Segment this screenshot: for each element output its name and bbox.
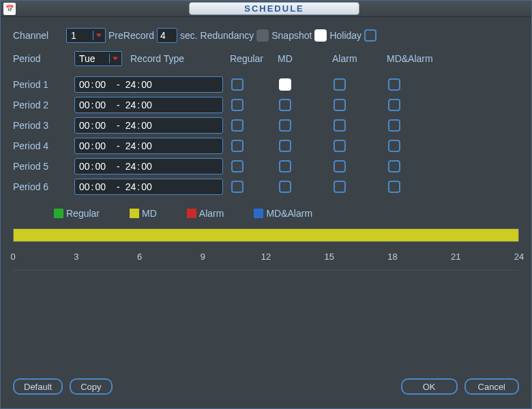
channel-row: Channel 1 PreRecord 4 sec. Redundancy Sn… <box>13 28 519 43</box>
period-1-regular-checkbox[interactable] <box>231 78 243 91</box>
chevron-down-icon <box>109 54 119 63</box>
period-3-md-checkbox[interactable] <box>279 119 291 132</box>
legend-alarm: Alarm <box>199 208 224 219</box>
period-3-time[interactable]: 00 :00-24 :00 <box>74 117 223 134</box>
footer: Default Copy OK Cancel <box>13 378 519 397</box>
period-5-label: Period 5 <box>13 161 74 172</box>
holiday-checkbox[interactable] <box>364 29 376 42</box>
period-6-alarm-checkbox[interactable] <box>334 181 346 193</box>
period-1-md-checkbox[interactable] <box>279 78 291 91</box>
channel-label: Channel <box>13 30 63 41</box>
col-md: MD <box>272 53 327 64</box>
period-6-time[interactable]: 00 :00-24 :00 <box>74 179 223 195</box>
period-5-time[interactable]: 00 :00-24 :00 <box>74 158 223 175</box>
ok-button[interactable]: OK <box>401 378 458 395</box>
period-5-md-checkbox[interactable] <box>279 160 291 172</box>
period-3-label: Period 3 <box>13 120 74 131</box>
period-1-mdalarm-checkbox[interactable] <box>388 78 400 91</box>
period-row-6: Period 600 :00-24 :00 <box>13 177 519 197</box>
period-4-md-checkbox[interactable] <box>279 140 291 152</box>
redundancy-checkbox[interactable] <box>256 29 269 42</box>
calendar-icon: 📅 <box>3 3 16 15</box>
tick-label: 9 <box>201 252 205 262</box>
footer-right: OK Cancel <box>401 378 519 395</box>
period-6-label: Period 6 <box>13 181 74 192</box>
period-4-time[interactable]: 00 :00-24 :00 <box>74 138 223 154</box>
regular-swatch <box>54 209 63 218</box>
snapshot-label: Snapshot <box>271 30 312 41</box>
col-alarm: Alarm <box>327 53 381 64</box>
prerecord-label: PreRecord <box>108 30 154 41</box>
col-regular: Regular <box>224 53 272 64</box>
tick-label: 15 <box>325 252 334 262</box>
period-2-regular-checkbox[interactable] <box>231 99 243 111</box>
md-swatch <box>130 209 139 218</box>
period-value: Tue <box>79 53 95 64</box>
tick-label: 12 <box>261 252 271 262</box>
mdalarm-swatch <box>254 209 263 218</box>
legend: Regular MD Alarm MD&Alarm <box>13 208 519 219</box>
period-row-1: Period 100 :00-24 :00 <box>13 74 519 95</box>
redundancy-label: Redundancy <box>201 30 254 41</box>
period-rows: Period 100 :00-24 :00Period 200 :00-24 :… <box>13 74 519 197</box>
period-4-mdalarm-checkbox[interactable] <box>388 140 400 152</box>
period-1-time[interactable]: 00 :00-24 :00 <box>74 76 223 93</box>
sec-label: sec. <box>180 30 198 41</box>
tick-label: 18 <box>387 252 397 262</box>
record-type-label: Record Type <box>130 53 184 64</box>
legend-regular: Regular <box>66 208 100 219</box>
legend-mdalarm: MD&Alarm <box>266 208 312 219</box>
alarm-swatch <box>187 209 196 218</box>
copy-button[interactable]: Copy <box>70 378 112 395</box>
tick-label: 3 <box>74 252 78 262</box>
window-title: SCHEDULE <box>189 2 359 15</box>
channel-value: 1 <box>71 30 76 41</box>
default-button[interactable]: Default <box>13 378 63 395</box>
schedule-window: 📅 SCHEDULE Channel 1 PreRecord 4 sec. Re… <box>0 0 532 409</box>
period-4-regular-checkbox[interactable] <box>231 140 243 152</box>
period-2-mdalarm-checkbox[interactable] <box>388 99 400 111</box>
cancel-button[interactable]: Cancel <box>464 378 519 395</box>
period-row-5: Period 500 :00-24 :00 <box>13 156 519 177</box>
period-6-mdalarm-checkbox[interactable] <box>388 181 400 193</box>
period-label: Period <box>13 53 74 64</box>
content-area: Channel 1 PreRecord 4 sec. Redundancy Sn… <box>1 17 531 408</box>
period-4-alarm-checkbox[interactable] <box>334 140 346 152</box>
timeline-ticks: 03691215182124 <box>13 250 519 271</box>
period-5-alarm-checkbox[interactable] <box>334 160 346 172</box>
period-row-3: Period 300 :00-24 :00 <box>13 115 519 136</box>
period-1-label: Period 1 <box>13 79 74 90</box>
timeline-bar <box>13 228 519 242</box>
title-wrap: SCHEDULE <box>20 2 529 15</box>
period-row-4: Period 400 :00-24 :00 <box>13 136 519 156</box>
tick-label: 6 <box>137 252 142 262</box>
period-6-regular-checkbox[interactable] <box>231 181 243 193</box>
snapshot-checkbox[interactable] <box>314 29 327 42</box>
period-4-label: Period 4 <box>13 140 74 151</box>
period-3-alarm-checkbox[interactable] <box>334 119 346 132</box>
period-1-alarm-checkbox[interactable] <box>334 78 346 91</box>
period-2-label: Period 2 <box>13 100 74 110</box>
period-select[interactable]: Tue <box>74 51 122 66</box>
period-select-wrap: Tue Record Type <box>74 51 224 66</box>
holiday-label: Holiday <box>329 30 361 41</box>
col-mdalarm: MD&Alarm <box>381 53 436 64</box>
tick-label: 24 <box>514 252 524 262</box>
period-5-regular-checkbox[interactable] <box>231 160 243 172</box>
chevron-down-icon <box>93 31 102 40</box>
period-2-time[interactable]: 00 :00-24 :00 <box>74 97 223 113</box>
tick-label: 21 <box>451 252 460 262</box>
period-2-md-checkbox[interactable] <box>279 99 291 111</box>
prerecord-input[interactable]: 4 <box>157 28 177 43</box>
period-row-2: Period 200 :00-24 :00 <box>13 95 519 115</box>
prerecord-value: 4 <box>160 30 166 41</box>
period-6-md-checkbox[interactable] <box>279 181 291 193</box>
period-5-mdalarm-checkbox[interactable] <box>388 160 400 172</box>
period-2-alarm-checkbox[interactable] <box>334 99 346 111</box>
tick-label: 0 <box>10 252 15 262</box>
titlebar: 📅 SCHEDULE <box>1 1 531 17</box>
header-row: Period Tue Record Type Regular MD Alarm … <box>13 50 519 67</box>
channel-select[interactable]: 1 <box>66 28 106 43</box>
period-3-regular-checkbox[interactable] <box>231 119 243 132</box>
period-3-mdalarm-checkbox[interactable] <box>388 119 400 132</box>
